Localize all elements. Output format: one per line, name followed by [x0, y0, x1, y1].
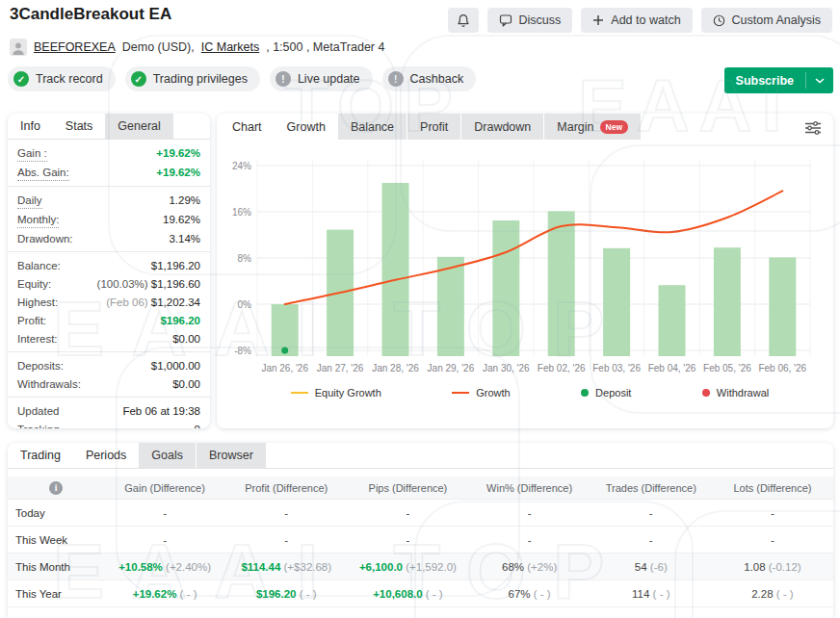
legend-item-deposit[interactable]: Deposit: [581, 387, 631, 399]
stat-main: Feb 06 at 19:38: [122, 405, 200, 417]
cell-extra: ( - ): [649, 588, 669, 600]
stats-tab-general[interactable]: General: [105, 114, 173, 139]
cell: -: [347, 507, 468, 519]
legend-label: Deposit: [595, 387, 631, 399]
column-header-win-difference: Win% (Difference): [469, 482, 591, 494]
stat-group: Deposits:$1,000.00Withdrawals:$0.00: [8, 351, 210, 397]
info-icon[interactable]: i: [49, 481, 63, 495]
chevron-down-icon[interactable]: [805, 72, 833, 89]
stat-value: (Feb 06) $1,202.34: [106, 295, 200, 310]
cell-extra: (+2.40%): [163, 561, 211, 573]
cell: -: [225, 507, 347, 519]
stat-row-highest: Highest:(Feb 06) $1,202.34: [17, 293, 200, 311]
custom-analysis-button[interactable]: Custom Analysis: [701, 8, 832, 33]
cell: -: [347, 534, 468, 546]
stat-row-interest: Interest:$0.00: [17, 329, 200, 348]
stat-row-abs-gain: Abs. Gain:+19.62%: [17, 163, 200, 182]
stat-row-monthly: Monthly:19.62%: [17, 210, 200, 229]
cell: 67% ( - ): [469, 588, 591, 600]
bell-icon: [457, 13, 470, 28]
filter-icon[interactable]: [804, 120, 822, 140]
chart-tab-drawdown[interactable]: Drawdown: [461, 114, 544, 140]
row-label: Today: [8, 507, 104, 519]
stat-label: Highest:: [17, 295, 58, 310]
periods-tab-goals[interactable]: Goals: [139, 443, 197, 468]
stat-main: $196.20: [160, 315, 200, 326]
periods-tab-periods[interactable]: Periods: [73, 443, 139, 468]
legend-item-withdrawal[interactable]: Withdrawal: [702, 387, 769, 399]
badge-trading-privileges: ✓Trading privileges: [125, 66, 260, 91]
stat-main: $1,196.20: [151, 260, 200, 271]
stat-group: UpdatedFeb 06 at 19:38Tracking0: [8, 397, 210, 428]
cell-extra: (+$32.68): [280, 561, 331, 573]
stat-row-updated: UpdatedFeb 06 at 19:38: [17, 401, 200, 420]
cell: $114.44 (+$32.68): [225, 561, 347, 573]
stat-main: 3.14%: [169, 233, 200, 245]
subscribe-button[interactable]: Subscribe: [724, 67, 833, 93]
chart-tab-profit[interactable]: Profit: [407, 114, 461, 140]
cell-main: +19.62%: [133, 588, 177, 600]
svg-text:Jan 28, '26: Jan 28, '26: [372, 363, 419, 373]
stat-main: 19.62%: [163, 214, 200, 225]
legend-item-growth[interactable]: Growth: [452, 387, 510, 399]
stat-value: 0: [195, 422, 200, 429]
chart-tab-margin[interactable]: MarginNew: [544, 114, 642, 140]
column-header-gain-difference: Gain (Difference): [104, 482, 225, 494]
cell: -: [104, 534, 225, 546]
cell-main: 114: [632, 588, 649, 600]
cell-main: $196.20: [256, 588, 297, 600]
stat-label[interactable]: Monthly:: [17, 212, 59, 228]
cell-main: -: [163, 507, 167, 519]
stat-value: +19.62%: [156, 165, 200, 180]
chart-legend: Equity GrowthGrowthDepositWithdrawal: [255, 387, 804, 399]
cell: -: [712, 534, 833, 546]
page-title: 3CandleBreakout EA: [10, 5, 171, 24]
stat-value: $0.00: [172, 331, 200, 347]
periods-panel: TradingPeriodsGoalsBrowser iGain (Differ…: [8, 443, 833, 618]
cell: -: [104, 507, 225, 519]
stat-main: +19.62%: [156, 147, 200, 159]
stats-tab-info[interactable]: Info: [8, 114, 53, 139]
periods-table-header: iGain (Difference)Profit (Difference)Pip…: [8, 476, 833, 500]
cell: 1.08 (-0.12): [712, 561, 833, 573]
notifications-button[interactable]: [448, 8, 479, 33]
cell: +6,100.0 (+1,592.0): [347, 561, 468, 573]
new-badge: New: [600, 120, 628, 134]
svg-text:Jan 30, '26: Jan 30, '26: [483, 363, 530, 373]
cell-main: -: [771, 507, 774, 519]
stat-value: Feb 06 at 19:38: [122, 403, 200, 419]
legend-item-equity-growth[interactable]: Equity Growth: [291, 387, 381, 399]
subscribe-label: Subscribe: [724, 74, 805, 88]
stat-label[interactable]: Daily: [17, 193, 42, 209]
chart-tab-chart[interactable]: Chart: [220, 114, 275, 140]
stat-label: Interest:: [17, 331, 58, 347]
add-to-watch-button[interactable]: Add to watch: [581, 8, 692, 33]
check-icon: ✓: [13, 71, 29, 87]
table-row-today: Today------: [8, 500, 833, 527]
stat-row-gain: Gain :+19.62%: [17, 143, 200, 163]
periods-tab-trading[interactable]: Trading: [8, 443, 73, 468]
legend-line-swatch: [452, 392, 469, 394]
periods-tab-browser[interactable]: Browser: [197, 443, 267, 468]
stat-main: 0: [195, 424, 200, 429]
discuss-button[interactable]: Discuss: [487, 8, 573, 33]
cell-main: -: [649, 534, 653, 546]
cell-main: +10.58%: [118, 561, 163, 573]
cell-extra: ( - ): [423, 588, 443, 600]
cell: 2.28 ( - ): [712, 588, 833, 600]
chart-tab-balance[interactable]: Balance: [338, 114, 407, 140]
stat-label[interactable]: Abs. Gain:: [17, 165, 69, 181]
stat-label: Balance:: [17, 258, 61, 273]
tab-label: Margin: [557, 120, 593, 134]
cell-extra: ( - ): [531, 588, 551, 600]
cell-extra: (+2%): [524, 561, 557, 573]
svg-text:Jan 27, '26: Jan 27, '26: [317, 363, 364, 373]
chart-tabs: ChartGrowthBalanceProfitDrawdownMarginNe…: [217, 114, 833, 140]
cell-main: -: [528, 507, 532, 519]
stat-main: $0.00: [172, 378, 200, 390]
account-name-link[interactable]: BEEFOREXEA: [34, 40, 116, 54]
stat-label[interactable]: Gain :: [17, 145, 47, 162]
chart-tab-growth[interactable]: Growth: [275, 114, 338, 140]
stats-tab-stats[interactable]: Stats: [53, 114, 106, 139]
broker-link[interactable]: IC Markets: [201, 40, 259, 54]
